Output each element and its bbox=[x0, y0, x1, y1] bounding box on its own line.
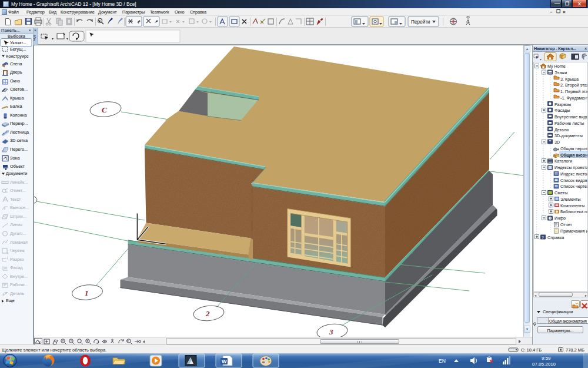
svg-text:2: 2 bbox=[205, 309, 210, 318]
svg-text:Общая перспек: Общая перспек bbox=[560, 146, 588, 151]
svg-text:C: C bbox=[102, 105, 107, 114]
svg-text:EN: EN bbox=[439, 358, 446, 364]
svg-text:Зона: Зона bbox=[10, 155, 20, 161]
svg-text:Стена: Стена bbox=[10, 61, 23, 67]
svg-text:Окно: Окно bbox=[10, 78, 20, 84]
svg-text:Деталь: Деталь bbox=[10, 291, 24, 296]
svg-text:Линейк...: Линейк... bbox=[10, 180, 28, 185]
svg-text:Компоненты: Компоненты bbox=[560, 203, 584, 208]
svg-text:Указат...: Указат... bbox=[10, 40, 26, 45]
svg-text:Внутре...: Внутре... bbox=[10, 274, 28, 279]
svg-text:Светов...: Светов... bbox=[10, 87, 28, 92]
svg-text:Перекр...: Перекр... bbox=[10, 121, 28, 126]
svg-text:Выносн...: Выносн... bbox=[10, 205, 29, 210]
svg-text:Примечания и з: Примечания и з bbox=[560, 228, 588, 234]
svg-text:Чертеж: Чертеж bbox=[10, 248, 25, 253]
svg-text:07.05.2010: 07.05.2010 bbox=[532, 362, 556, 367]
svg-text:Разрез: Разрез bbox=[10, 257, 24, 262]
svg-text:Список чертеж: Список чертеж bbox=[560, 184, 588, 189]
svg-text:Конструирс: Конструирс bbox=[6, 54, 29, 59]
svg-text:Бегущ...: Бегущ... bbox=[10, 47, 26, 52]
svg-text:Документи: Документи bbox=[6, 171, 27, 176]
svg-text:Рабочие листы: Рабочие листы bbox=[554, 121, 584, 126]
svg-text:Балка: Балка bbox=[10, 104, 22, 109]
svg-text:9:59: 9:59 bbox=[542, 356, 551, 361]
svg-text:3D-сетка: 3D-сетка bbox=[10, 138, 28, 143]
svg-text:Элементы: Элементы bbox=[560, 197, 580, 202]
svg-text:Список видов: Список видов bbox=[560, 178, 587, 183]
svg-text:Индексы проекта: Индексы проекта bbox=[554, 165, 588, 170]
svg-text:Колонна: Колонна bbox=[10, 112, 28, 118]
svg-text:Перейти: Перейти bbox=[411, 19, 430, 25]
svg-text:Штрих...: Штрих... bbox=[10, 214, 26, 219]
svg-text:Текст: Текст bbox=[10, 197, 21, 202]
svg-text:Ломаная: Ломаная bbox=[10, 240, 28, 245]
svg-text:Дуга/о...: Дуга/о... bbox=[10, 231, 26, 236]
svg-text:Линия: Линия bbox=[10, 222, 22, 227]
svg-text:Фасады: Фасады bbox=[554, 108, 570, 113]
svg-text:Рабочи...: Рабочи... bbox=[10, 282, 28, 287]
svg-text:?: ? bbox=[542, 236, 544, 240]
svg-text:Каталоги: Каталоги bbox=[554, 158, 572, 164]
svg-text:Инфо: Инфо bbox=[554, 216, 566, 221]
svg-text:1. Первый этаж: 1. Первый этаж bbox=[560, 89, 588, 94]
svg-text:Перего...: Перего... bbox=[10, 147, 28, 152]
svg-text:Разрезы: Разрезы bbox=[554, 102, 571, 107]
svg-text:W: W bbox=[222, 359, 227, 364]
svg-text:Отчет: Отчет bbox=[560, 222, 572, 227]
svg-text:3: 3 bbox=[329, 327, 333, 336]
svg-text:Крыша: Крыша bbox=[10, 95, 24, 101]
svg-text:Объект: Объект bbox=[10, 164, 25, 169]
svg-text:-1. Фундамент: -1. Фундамент bbox=[560, 95, 588, 101]
svg-text:Отмет...: Отмет... bbox=[10, 188, 25, 193]
svg-text:Фасад: Фасад bbox=[10, 265, 23, 270]
svg-text:Сметы: Сметы bbox=[554, 190, 567, 195]
svg-text:Еще: Еще bbox=[6, 298, 15, 303]
svg-text:1: 1 bbox=[85, 289, 89, 297]
svg-text:Библиотека по: Библиотека по bbox=[560, 209, 588, 214]
svg-text:Выборка: Выборка bbox=[8, 34, 26, 39]
svg-text:Внутренние виды: Внутренние виды bbox=[554, 114, 588, 120]
svg-text:Индекс листов: Индекс листов bbox=[560, 171, 588, 177]
svg-text:2. Второй этаж: 2. Второй этаж bbox=[560, 82, 588, 88]
svg-text:Справка: Справка bbox=[547, 235, 564, 240]
svg-text:Этажи: Этажи bbox=[554, 70, 567, 75]
svg-text:My Home: My Home bbox=[547, 64, 566, 69]
svg-text:3. Крыша: 3. Крыша bbox=[560, 77, 579, 82]
svg-text:Детали: Детали bbox=[554, 127, 569, 132]
svg-text:Общая аксон: Общая аксон bbox=[560, 152, 588, 158]
svg-text:Дверь: Дверь bbox=[10, 69, 22, 75]
svg-text:3D: 3D bbox=[554, 140, 560, 145]
svg-text:3D-документы: 3D-документы bbox=[554, 133, 583, 138]
svg-text:Лестница: Лестница bbox=[10, 130, 29, 135]
